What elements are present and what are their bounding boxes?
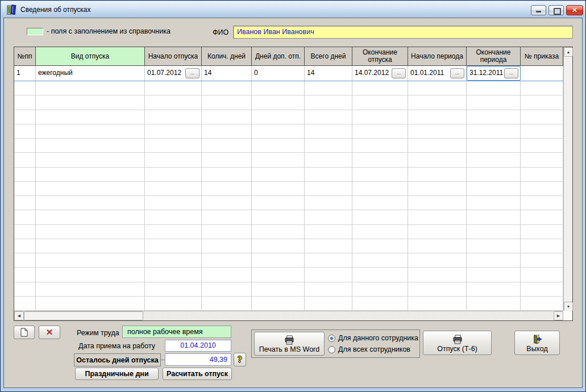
empty-cell <box>14 153 36 166</box>
cell-okonchanie-perioda-focused[interactable]: 31.12.2011 ... <box>467 66 521 81</box>
empty-cell <box>408 110 467 124</box>
empty-cell <box>202 268 252 281</box>
exit-door-icon <box>532 335 542 344</box>
column-header-vid-otpuska[interactable]: Вид отпуска <box>36 47 145 66</box>
cell-npp[interactable]: 1 <box>14 66 36 81</box>
empty-table-row[interactable] <box>14 81 563 95</box>
empty-cell <box>352 297 408 310</box>
empty-table-row[interactable] <box>14 168 563 182</box>
scroll-right-button[interactable]: ▶ <box>554 311 563 320</box>
empty-cell <box>36 268 145 281</box>
date-picker-button[interactable]: ... <box>450 68 464 78</box>
column-header-dnei-dop-otp[interactable]: Дней доп. отп. <box>252 47 305 66</box>
empty-cell <box>521 210 563 224</box>
vertical-scrollbar[interactable]: ▲ ▼ <box>563 47 572 311</box>
column-header-nomer-prikaza[interactable]: № приказа <box>521 47 563 66</box>
column-header-npp[interactable]: №пп <box>14 47 36 66</box>
table-row[interactable]: 1 ежегодный 01.07.2012 ... 14 0 14 14.07… <box>14 66 563 81</box>
empty-cell <box>305 153 352 166</box>
empty-cell <box>202 196 252 210</box>
new-record-button[interactable] <box>14 326 35 339</box>
horizontal-scrollbar[interactable]: ◀ ▶ <box>14 311 563 320</box>
data-priema-label: Дата приема на работу <box>78 342 155 350</box>
fio-field[interactable]: Иванов Иван Иванович <box>233 26 573 39</box>
holidays-button[interactable]: Праздничные дни <box>75 368 159 380</box>
print-word-button[interactable]: Печать в MS Word <box>254 332 325 356</box>
column-header-okonchanie-perioda[interactable]: Окончание периода <box>467 47 521 66</box>
maximize-button[interactable] <box>548 5 564 15</box>
empty-table-row[interactable] <box>14 225 563 239</box>
empty-table-row[interactable] <box>14 253 563 268</box>
empty-cell <box>408 239 467 253</box>
column-header-nachalo-otpuska[interactable]: Начало отпуска <box>145 47 202 66</box>
empty-cell <box>36 139 145 152</box>
radio-icon[interactable] <box>328 335 335 342</box>
empty-table-row[interactable] <box>14 153 563 167</box>
cell-vid-otpuska[interactable]: ежегодный <box>36 66 145 81</box>
empty-table-row[interactable] <box>14 124 563 139</box>
vacation-t6-button[interactable]: Отпуск (Т-6) <box>423 331 492 355</box>
empty-table-row[interactable] <box>14 282 563 297</box>
empty-table-row[interactable] <box>14 196 563 210</box>
ostalos-dnei-field[interactable]: 49,39 <box>165 353 231 366</box>
empty-cell <box>145 153 202 166</box>
radio-current-employee[interactable]: Для данного сотрудника <box>328 334 418 342</box>
data-priema-field[interactable]: 01.04.2010 <box>165 340 231 352</box>
cell-okonchanie-otpuska[interactable]: 14.07.2012 ... <box>352 66 408 81</box>
calc-vacation-button[interactable]: Расчитать отпуск <box>163 368 232 380</box>
column-header-nachalo-perioda[interactable]: Начало периода <box>408 47 467 66</box>
cell-nachalo-perioda[interactable]: 01.01.2011 ... <box>408 66 467 81</box>
empty-table-row[interactable] <box>14 139 563 153</box>
empty-cell <box>408 81 467 95</box>
empty-cell <box>14 196 36 210</box>
minimize-button[interactable] <box>531 5 546 15</box>
date-picker-button[interactable]: ... <box>392 68 406 78</box>
exit-button[interactable]: Выход <box>514 331 560 355</box>
close-button[interactable] <box>566 5 583 15</box>
connector-line <box>161 360 165 360</box>
empty-cell <box>14 282 36 296</box>
empty-table-row[interactable] <box>14 239 563 253</box>
empty-cell <box>467 124 521 138</box>
empty-cell <box>145 268 202 281</box>
empty-table-row[interactable] <box>14 297 563 311</box>
empty-cell <box>467 282 521 296</box>
empty-cell <box>202 297 252 310</box>
scroll-left-button[interactable]: ◀ <box>14 311 24 320</box>
radio-icon[interactable] <box>328 346 335 353</box>
scroll-down-button[interactable]: ▼ <box>564 302 573 311</box>
table-empty-rows <box>14 81 563 311</box>
cell-nomer-prikaza[interactable] <box>521 66 563 81</box>
rezhim-truda-field[interactable]: полное рабочее время <box>122 326 231 338</box>
cell-kolich-dnei[interactable]: 14 <box>202 66 252 81</box>
empty-cell <box>408 282 467 296</box>
column-header-kolich-dnei[interactable]: Колич. дней <box>202 47 252 66</box>
column-header-okonchanie-otpuska[interactable]: Окончание отпуска <box>352 47 408 66</box>
empty-cell <box>408 168 467 181</box>
date-picker-button[interactable]: ... <box>185 68 200 78</box>
column-header-vsego-dnei[interactable]: Всего дней <box>305 47 352 66</box>
table-body: 1 ежегодный 01.07.2012 ... 14 0 14 14.07… <box>14 66 563 311</box>
empty-cell <box>521 182 563 195</box>
scroll-up-button[interactable]: ▲ <box>564 47 573 57</box>
empty-cell <box>352 139 408 152</box>
cell-nachalo-otpuska[interactable]: 01.07.2012 ... <box>145 66 202 81</box>
date-picker-button[interactable]: ... <box>504 68 518 78</box>
empty-cell <box>14 110 36 124</box>
empty-cell <box>145 81 202 95</box>
cell-dnei-dop-otp[interactable]: 0 <box>252 66 305 81</box>
vacation-info-window: Сведения об отпусках - поля с заполнение… <box>0 0 586 392</box>
help-button[interactable]: ? <box>234 353 246 366</box>
empty-table-row[interactable] <box>14 182 563 196</box>
delete-record-button[interactable]: ✕ <box>39 326 60 339</box>
empty-cell <box>14 239 36 253</box>
empty-table-row[interactable] <box>14 210 563 224</box>
empty-table-row[interactable] <box>14 110 563 124</box>
empty-table-row[interactable] <box>14 95 563 110</box>
radio-all-employees[interactable]: Для всех сотрудников <box>328 345 410 353</box>
empty-cell <box>467 268 521 281</box>
empty-table-row[interactable] <box>14 268 563 282</box>
cell-vsego-dnei[interactable]: 14 <box>305 66 352 81</box>
horizontal-scroll-thumb[interactable] <box>24 311 143 320</box>
print-word-label: Печать в MS Word <box>259 345 319 353</box>
